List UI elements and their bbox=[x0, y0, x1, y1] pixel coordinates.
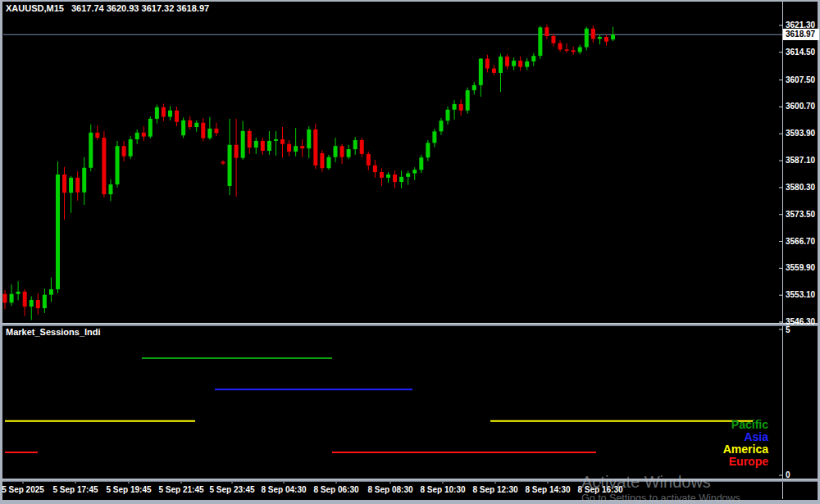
indicator-title: Market_Sessions_Indi bbox=[6, 327, 101, 337]
candle-body bbox=[466, 90, 470, 111]
candle-body bbox=[479, 59, 483, 85]
candle-body bbox=[168, 111, 172, 117]
candle-body bbox=[129, 139, 133, 157]
candle-body bbox=[162, 107, 166, 117]
candle-body bbox=[261, 141, 265, 151]
candle-body bbox=[280, 139, 285, 144]
activate-windows-watermark: Activate Windows bbox=[581, 473, 711, 492]
candle-body bbox=[181, 120, 185, 135]
chart-title: XAUUSD,M153617.74 3620.93 3617.32 3618.9… bbox=[6, 3, 209, 13]
legend-europe: Europe bbox=[729, 456, 768, 468]
price-axis-label: 3600.70 bbox=[786, 102, 815, 111]
candle-body bbox=[472, 85, 476, 90]
candle-body bbox=[326, 157, 330, 169]
candle-body bbox=[611, 34, 615, 39]
candle-body bbox=[69, 178, 73, 193]
candle-body bbox=[591, 29, 595, 39]
legend-america: America bbox=[723, 443, 768, 456]
candle-body bbox=[499, 57, 503, 73]
candle-body bbox=[95, 133, 99, 138]
legend-pacific: Pacific bbox=[731, 419, 768, 431]
price-axis-label: 3559.90 bbox=[786, 263, 815, 273]
candle-body bbox=[525, 61, 529, 67]
candle-body bbox=[399, 177, 403, 182]
candle-body bbox=[10, 294, 14, 303]
candle-body bbox=[585, 29, 589, 48]
candle-body bbox=[3, 294, 7, 303]
candle-body bbox=[518, 61, 522, 67]
candle-body bbox=[294, 146, 298, 152]
candle-body bbox=[16, 292, 20, 294]
candle-body bbox=[254, 141, 258, 148]
current-price-box: 3618.97 bbox=[783, 29, 819, 40]
candle-body bbox=[313, 129, 317, 166]
candle-body bbox=[604, 37, 608, 42]
candle-body bbox=[142, 133, 146, 137]
candle-body bbox=[207, 129, 212, 138]
candle-body bbox=[135, 133, 139, 139]
candle-body bbox=[82, 168, 86, 193]
candle-body bbox=[267, 141, 271, 151]
candle-body bbox=[36, 300, 40, 308]
candle-body bbox=[531, 56, 535, 61]
candle-body bbox=[367, 154, 371, 166]
candle-body bbox=[194, 123, 198, 127]
candlestick-chart[interactable] bbox=[0, 0, 820, 504]
candle-body bbox=[30, 300, 34, 306]
candle-body bbox=[512, 61, 516, 66]
candle-body bbox=[386, 175, 390, 178]
candle-body bbox=[287, 144, 291, 152]
candle-body bbox=[228, 145, 232, 186]
candle-body bbox=[108, 184, 112, 194]
candle-body bbox=[544, 27, 549, 36]
candle-body bbox=[459, 104, 463, 111]
mt4-chart-window: XAUUSD,M153617.74 3620.93 3617.32 3618.9… bbox=[0, 0, 820, 504]
price-axis-label: 3607.50 bbox=[786, 75, 815, 85]
candle-body bbox=[538, 27, 542, 56]
candle-body bbox=[122, 146, 126, 157]
indicator-scale-bottom: 0 bbox=[786, 470, 790, 480]
candle-body bbox=[419, 157, 423, 170]
activate-windows-settings-hint: Go to Settings to activate Windows bbox=[581, 493, 740, 504]
candle-body bbox=[116, 146, 120, 184]
window-border-left bbox=[0, 0, 2, 504]
candle-body bbox=[221, 162, 225, 164]
candle-body bbox=[393, 175, 397, 182]
candle-body bbox=[320, 153, 324, 168]
candle-body bbox=[432, 131, 436, 143]
candle-body bbox=[274, 139, 278, 141]
candle-body bbox=[572, 50, 576, 52]
candle-body bbox=[102, 138, 106, 194]
candle-body bbox=[175, 111, 179, 122]
price-axis-label: 3580.30 bbox=[786, 183, 815, 193]
candle-body bbox=[75, 178, 80, 193]
candle-body bbox=[598, 37, 602, 39]
candle-body bbox=[89, 133, 93, 168]
candle-body bbox=[446, 110, 450, 121]
candle-body bbox=[578, 48, 582, 52]
price-axis-label: 3553.10 bbox=[786, 290, 815, 300]
candle-body bbox=[307, 129, 311, 148]
candle-body bbox=[201, 123, 205, 138]
candle-body bbox=[406, 174, 410, 177]
candle-body bbox=[334, 146, 338, 157]
candle-body bbox=[235, 145, 239, 158]
candle-body bbox=[49, 289, 53, 295]
candle-body bbox=[353, 140, 358, 149]
price-axis-label: 3566.70 bbox=[786, 237, 815, 247]
panel-separator-top[interactable] bbox=[0, 323, 820, 326]
candle-body bbox=[248, 131, 252, 148]
window-border-top bbox=[0, 0, 820, 2]
candle-body bbox=[426, 143, 430, 157]
candle-body bbox=[214, 129, 218, 133]
candle-body bbox=[360, 140, 364, 154]
candle-body bbox=[43, 295, 47, 308]
candle-body bbox=[300, 146, 304, 148]
candle-body bbox=[62, 175, 66, 193]
price-axis-label: 3593.90 bbox=[786, 129, 815, 138]
candle-body bbox=[340, 146, 344, 157]
candle-body bbox=[56, 175, 60, 289]
price-axis-label: 3614.50 bbox=[786, 48, 815, 57]
candle-body bbox=[453, 104, 457, 110]
candle-body bbox=[505, 57, 509, 66]
